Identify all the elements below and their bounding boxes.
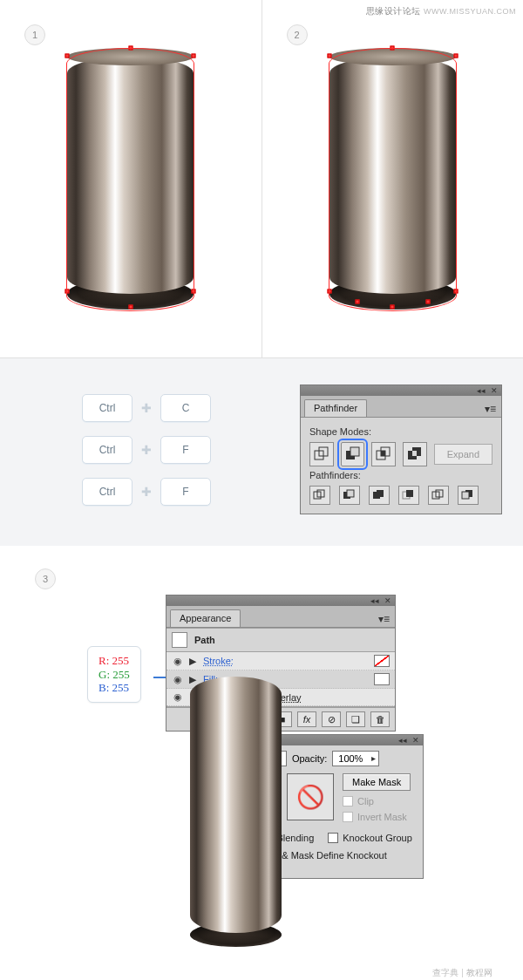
key-letter: F	[160, 478, 211, 506]
add-effect-button[interactable]: fx	[297, 711, 316, 727]
delete-item-button[interactable]: 🗑	[370, 711, 390, 727]
pathfinder-outline-button[interactable]	[428, 486, 449, 505]
visibility-toggle-icon[interactable]: ◉	[172, 674, 184, 685]
rgb-g: G: 255	[98, 668, 130, 682]
pathfinder-minus-back-button[interactable]	[458, 486, 479, 505]
disclosure-triangle-icon[interactable]: ▶	[189, 674, 198, 685]
keyboard-shortcuts: Ctrl ✚ C Ctrl ✚ F Ctrl ✚ F	[21, 394, 211, 506]
key-ctrl: Ctrl	[82, 394, 132, 422]
step-badge-2: 2	[287, 24, 308, 45]
pathfinder-crop-button[interactable]	[398, 486, 419, 505]
shape-modes-label: Shape Modes:	[309, 426, 492, 437]
cylinder-step1	[67, 48, 194, 310]
close-icon[interactable]: ✕	[412, 736, 419, 745]
visibility-toggle-icon[interactable]: ◉	[172, 691, 184, 703]
panel-menu-icon[interactable]: ▾≡	[479, 401, 501, 417]
pathfinder-divide-button[interactable]	[309, 486, 330, 505]
page-watermark: 查字典 | 教程网 jiaocheng.chazidian.com	[430, 966, 521, 980]
rgb-r: R: 255	[98, 654, 130, 668]
invert-mask-label: Invert Mask	[357, 812, 407, 822]
pathfinders-label: Pathfinders:	[309, 470, 492, 480]
key-letter: F	[160, 436, 211, 464]
duplicate-item-button[interactable]: ❏	[346, 711, 365, 727]
step-2-cell: 思缘设计论坛 WWW.MISSYUAN.COM 2	[262, 0, 524, 357]
key-ctrl: Ctrl	[82, 478, 132, 506]
shortcut-row: Ctrl ✚ C	[82, 394, 211, 422]
stroke-swatch[interactable]	[374, 655, 390, 667]
appearance-stroke-row[interactable]: ◉ ▶ Stroke:	[166, 652, 395, 670]
tab-pathfinder[interactable]: Pathfinder	[304, 399, 367, 417]
appearance-object-row[interactable]: Path	[166, 629, 395, 652]
fill-swatch[interactable]	[374, 673, 390, 685]
collapse-icon[interactable]: ◂◂	[370, 596, 379, 605]
collapse-icon[interactable]: ◂◂	[477, 386, 486, 395]
stroke-label[interactable]: Stroke:	[203, 656, 234, 666]
clip-label: Clip	[357, 796, 374, 806]
panel-titlebar[interactable]: ◂◂ ✕	[301, 385, 501, 396]
shapemode-intersect-button[interactable]	[371, 442, 396, 466]
svg-rect-15	[377, 490, 384, 497]
visibility-toggle-icon[interactable]: ◉	[172, 656, 184, 667]
svg-rect-9	[412, 451, 417, 456]
disclosure-triangle-icon[interactable]: ▶	[189, 656, 198, 667]
key-letter: C	[160, 394, 211, 422]
rgb-callout: R: 255 G: 255 B: 255	[87, 646, 141, 703]
opacity-field[interactable]: 100%	[332, 751, 379, 766]
source-watermark: 思缘设计论坛 WWW.MISSYUAN.COM	[366, 5, 516, 17]
svg-rect-21	[462, 492, 469, 499]
make-mask-button[interactable]: Make Mask	[343, 773, 411, 791]
close-icon[interactable]: ✕	[384, 596, 391, 605]
svg-rect-17	[406, 490, 413, 497]
knockout-group-label: Knockout Group	[343, 833, 412, 843]
pathfinder-trim-button[interactable]	[339, 486, 360, 505]
shapemode-exclude-button[interactable]	[403, 442, 427, 466]
plus-icon: ✚	[141, 401, 152, 415]
step-badge-3: 3	[35, 568, 56, 589]
pathfinder-panel: ◂◂ ✕ Pathfinder ▾≡ Shape Modes:	[300, 385, 502, 514]
tab-appearance[interactable]: Appearance	[170, 609, 241, 627]
shortcut-row: Ctrl ✚ F	[82, 478, 211, 506]
object-thumbnail	[172, 632, 187, 648]
step-3-section: 3 R: 255 G: 255 B: 255 ◂◂ ✕ Appearance ▾…	[0, 546, 523, 980]
plus-icon: ✚	[141, 485, 152, 499]
close-icon[interactable]: ✕	[491, 386, 498, 395]
step-badge-1: 1	[24, 24, 45, 45]
pathfinder-merge-button[interactable]	[369, 486, 390, 505]
shapemode-unite-button[interactable]	[309, 442, 334, 466]
object-type-label: Path	[194, 635, 215, 645]
knockout-group-checkbox[interactable]	[328, 833, 338, 843]
plus-icon: ✚	[141, 443, 152, 457]
step-grid: 1 思缘设计论坛 WWW.MISSYUAN.COM 2	[0, 0, 523, 358]
panel-titlebar[interactable]: ◂◂ ✕	[166, 595, 395, 606]
key-ctrl: Ctrl	[82, 436, 132, 464]
collapse-icon[interactable]: ◂◂	[398, 736, 407, 745]
expand-button[interactable]: Expand	[434, 444, 492, 465]
shapemode-minus-front-button[interactable]	[341, 442, 365, 466]
rgb-b: B: 255	[98, 681, 130, 695]
shortcut-row: Ctrl ✚ F	[82, 436, 211, 464]
svg-rect-13	[347, 490, 354, 497]
mask-thumbnail[interactable]: 🚫	[287, 773, 334, 820]
svg-rect-6	[381, 451, 385, 456]
shortcuts-and-pathfinder: Ctrl ✚ C Ctrl ✚ F Ctrl ✚ F ◂◂ ✕ Pathfind…	[0, 358, 523, 546]
cylinder-step2	[329, 48, 456, 310]
step-1-cell: 1	[0, 0, 262, 357]
clear-appearance-button[interactable]: ⊘	[322, 711, 341, 727]
svg-rect-3	[350, 447, 359, 456]
panel-menu-icon[interactable]: ▾≡	[373, 611, 395, 627]
invert-mask-checkbox	[343, 812, 353, 822]
opacity-label: Opacity:	[292, 753, 327, 764]
cylinder-result	[190, 868, 282, 947]
clip-checkbox	[343, 796, 353, 806]
